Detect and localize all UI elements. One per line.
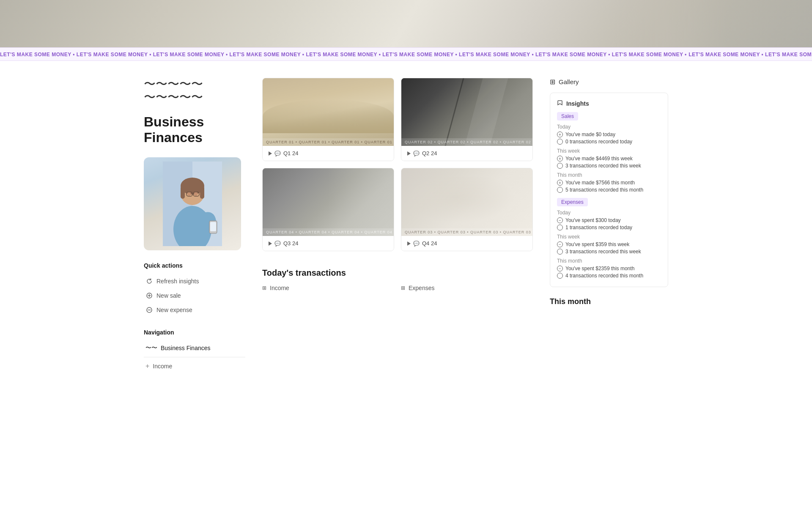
new-sale-action[interactable]: New sale bbox=[144, 288, 245, 303]
circle-icon-2 bbox=[557, 163, 563, 169]
expenses-week-text1: You've spent $359 this week bbox=[565, 241, 629, 247]
logo-wave-bottom: 〜〜〜〜〜 bbox=[144, 91, 245, 104]
ticker-text-duplicate: LET'S MAKE SOME MONEY • LET'S MAKE SOME … bbox=[689, 52, 812, 58]
card-quarter-label-q1: Q1 24 bbox=[283, 150, 298, 156]
sales-today-text1: You've made $0 today bbox=[565, 132, 615, 137]
expenses-today-row1: − You've spent $300 today bbox=[557, 217, 661, 223]
ticker-bar: LET'S MAKE SOME MONEY • LET'S MAKE SOME … bbox=[0, 47, 812, 61]
card-ticker-q3: QUARTER 04 • QUARTER 04 • QUARTER 04 • Q… bbox=[263, 228, 394, 236]
sales-today-row2: 0 transactions recorded today bbox=[557, 139, 661, 145]
sales-week-text2: 3 transactions recorded this week bbox=[565, 163, 641, 169]
hero-banner bbox=[0, 0, 812, 47]
card-expand-q3[interactable]: 💬 Q3 24 bbox=[269, 240, 298, 247]
sales-today-text2: 0 transactions recorded today bbox=[565, 139, 632, 145]
nav-divider bbox=[144, 357, 245, 357]
expenses-today-text1: You've spent $300 today bbox=[565, 217, 621, 223]
this-month-title: This month bbox=[550, 297, 668, 306]
nav-business-finances-label: Business Finances bbox=[161, 345, 211, 351]
navigation-label: Navigation bbox=[144, 329, 245, 336]
gallery-icon-income: ⊞ bbox=[262, 285, 266, 291]
expenses-week-row2: 3 transactions recorded this week bbox=[557, 249, 661, 255]
comment-icon-q3: 💬 bbox=[274, 241, 281, 247]
card-ticker-q1: QUARTER 01 • QUARTER 01 • QUARTER 01 • Q… bbox=[263, 138, 394, 146]
expenses-tag: Expenses bbox=[557, 198, 588, 206]
insights-header: Insights bbox=[557, 100, 661, 107]
gallery-card-q4[interactable]: QUARTER 03 • QUARTER 03 • QUARTER 03 • Q… bbox=[401, 168, 533, 251]
minus-icon-3: − bbox=[557, 266, 563, 271]
expenses-month-text1: You've spent $2359 this month bbox=[565, 266, 634, 271]
insights-sales-section: Sales Today + You've made $0 today 0 tra… bbox=[557, 112, 661, 193]
plus-circle-icon bbox=[145, 292, 153, 299]
navigation: Navigation 〜〜 Business Finances + Income bbox=[144, 329, 245, 373]
plus-icon-1: + bbox=[557, 132, 563, 137]
card-image-q3: QUARTER 04 • QUARTER 04 • QUARTER 04 • Q… bbox=[263, 168, 394, 236]
card-footer-q4: 💬 Q4 24 bbox=[401, 236, 532, 251]
sales-month-label: This month bbox=[557, 172, 661, 178]
waves-nav-icon: 〜〜 bbox=[145, 344, 157, 352]
gallery-card-q2[interactable]: QUARTER 02 • QUARTER 02 • QUARTER 02 • Q… bbox=[401, 78, 533, 161]
gallery-header: ⊞ Gallery bbox=[550, 78, 668, 86]
nav-business-finances[interactable]: 〜〜 Business Finances bbox=[144, 341, 245, 355]
sales-month-text2: 5 transactions recorded this month bbox=[565, 187, 643, 193]
expenses-month-row1: − You've spent $2359 this month bbox=[557, 266, 661, 271]
comment-icon-q4: 💬 bbox=[413, 241, 420, 247]
transactions-title: Today's transactions bbox=[262, 268, 533, 278]
expenses-label: Expenses bbox=[409, 285, 434, 291]
nav-income[interactable]: + Income bbox=[144, 359, 245, 373]
gallery-grid: QUARTER 01 • QUARTER 01 • QUARTER 01 • Q… bbox=[262, 78, 533, 251]
quick-actions: Quick actions Refresh insights bbox=[144, 262, 245, 317]
income-label: Income bbox=[270, 285, 289, 291]
refresh-insights-action[interactable]: Refresh insights bbox=[144, 274, 245, 288]
expenses-month-row2: 4 transactions recorded this month bbox=[557, 273, 661, 279]
insights-label: Insights bbox=[566, 100, 589, 107]
svg-rect-6 bbox=[200, 186, 204, 199]
card-quarter-label-q4: Q4 24 bbox=[422, 240, 437, 247]
expenses-today-row2: 1 transactions recorded today bbox=[557, 225, 661, 230]
logo-wave-top: 〜〜〜〜〜 bbox=[144, 78, 245, 91]
quick-actions-label: Quick actions bbox=[144, 262, 245, 269]
card-quarter-label-q2: Q2 24 bbox=[422, 150, 437, 156]
expenses-week-label: This week bbox=[557, 234, 661, 240]
insights-expenses-section: Expenses Today − You've spent $300 today… bbox=[557, 198, 661, 279]
card-image-q2: QUARTER 02 • QUARTER 02 • QUARTER 02 • Q… bbox=[401, 78, 532, 146]
minus-icon-2: − bbox=[557, 241, 563, 247]
expand-triangle-icon-q2 bbox=[407, 151, 411, 156]
plus-nav-icon: + bbox=[145, 362, 149, 370]
profile-image bbox=[144, 157, 241, 250]
sales-week-row2: 3 transactions recorded this week bbox=[557, 163, 661, 169]
card-image-q4: QUARTER 03 • QUARTER 03 • QUARTER 03 • Q… bbox=[401, 168, 532, 236]
gallery-card-q3[interactable]: QUARTER 04 • QUARTER 04 • QUARTER 04 • Q… bbox=[262, 168, 394, 251]
sales-tag: Sales bbox=[557, 112, 578, 121]
circle-icon-6 bbox=[557, 273, 563, 279]
expand-triangle-icon bbox=[269, 151, 272, 156]
svg-rect-5 bbox=[181, 186, 185, 199]
gallery-label: Gallery bbox=[559, 78, 579, 85]
main-content: QUARTER 01 • QUARTER 01 • QUARTER 01 • Q… bbox=[262, 78, 533, 385]
gallery-grid-icon: ⊞ bbox=[550, 78, 555, 86]
circle-icon-1 bbox=[557, 139, 563, 145]
card-expand-q1[interactable]: 💬 Q1 24 bbox=[269, 150, 298, 156]
sales-today-row1: + You've made $0 today bbox=[557, 132, 661, 137]
left-sidebar: 〜〜〜〜〜 〜〜〜〜〜 Business Finances bbox=[144, 78, 245, 385]
card-expand-q2[interactable]: 💬 Q2 24 bbox=[407, 150, 437, 156]
bookmark-icon bbox=[557, 100, 563, 107]
minus-circle-icon bbox=[145, 306, 153, 314]
svg-rect-13 bbox=[210, 222, 216, 231]
card-expand-q4[interactable]: 💬 Q4 24 bbox=[407, 240, 437, 247]
insights-box: Insights Sales Today + You've made $0 to… bbox=[550, 93, 668, 287]
sales-month-row1: + You've made $7566 this month bbox=[557, 180, 661, 186]
card-ticker-q2: QUARTER 02 • QUARTER 02 • QUARTER 02 • Q… bbox=[401, 138, 532, 146]
minus-icon-1: − bbox=[557, 217, 563, 223]
expenses-week-text2: 3 transactions recorded this week bbox=[565, 249, 641, 255]
card-image-q1: QUARTER 01 • QUARTER 01 • QUARTER 01 • Q… bbox=[263, 78, 394, 146]
expand-triangle-icon-q4 bbox=[407, 241, 411, 246]
person-silhouette bbox=[163, 162, 222, 246]
sales-week-text1: You've made $4469 this week bbox=[565, 156, 633, 162]
refresh-icon bbox=[145, 277, 153, 285]
gallery-card-q1[interactable]: QUARTER 01 • QUARTER 01 • QUARTER 01 • Q… bbox=[262, 78, 394, 161]
new-expense-action[interactable]: New expense bbox=[144, 303, 245, 317]
card-ticker-q4: QUARTER 03 • QUARTER 03 • QUARTER 03 • Q… bbox=[401, 228, 532, 236]
circle-icon-5 bbox=[557, 249, 563, 255]
ticker-text: LET'S MAKE SOME MONEY • LET'S MAKE SOME … bbox=[0, 52, 687, 58]
card-footer-q2: 💬 Q2 24 bbox=[401, 146, 532, 161]
